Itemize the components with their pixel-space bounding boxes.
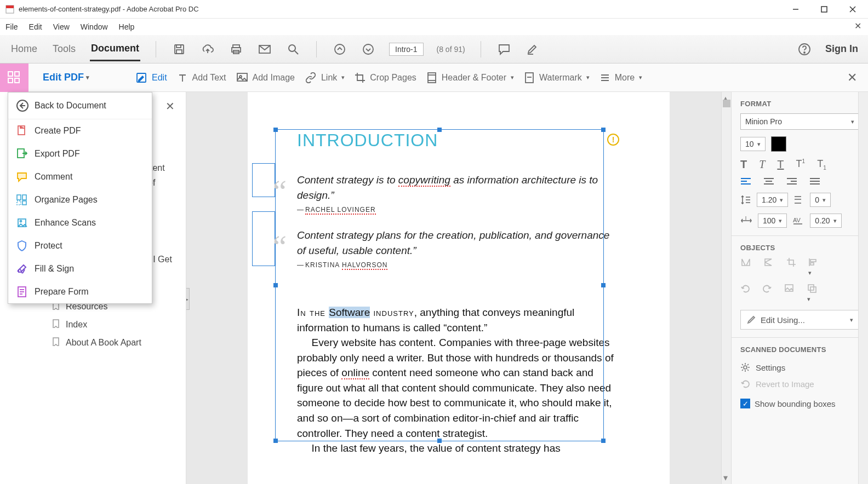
tab-document[interactable]: Document [90, 37, 140, 61]
svg-point-19 [804, 52, 805, 53]
edit-pdf-toolbar: Edit PDF▾ Edit Add Text Add Image Link▾ … [0, 64, 868, 92]
align-justify-icon[interactable] [809, 177, 820, 186]
italic-icon[interactable]: T [759, 158, 765, 171]
tool-fill-sign[interactable]: Fill & Sign [8, 257, 152, 280]
header-footer-button[interactable]: Header & Footer▾ [426, 72, 514, 84]
page-up-icon[interactable] [332, 42, 347, 57]
doc-scrollbar[interactable]: ▴ ▾ [721, 92, 731, 484]
warning-icon[interactable]: ! [607, 134, 619, 146]
back-to-document-button[interactable]: Back to Document [8, 93, 152, 119]
align-object-icon: ▾ [808, 257, 818, 277]
edit-button[interactable]: Edit [135, 72, 167, 84]
page-down-icon[interactable] [361, 42, 376, 57]
add-text-button[interactable]: Add Text [177, 72, 226, 83]
close-window-button[interactable] [845, 2, 860, 17]
mail-icon[interactable] [257, 42, 272, 57]
svg-point-70 [20, 221, 22, 222]
tool-organize-pages[interactable]: Organize Pages [8, 188, 152, 211]
align-right-icon[interactable] [786, 177, 797, 186]
close-editbar-button[interactable]: ✕ [847, 71, 857, 85]
page[interactable]: ! INTRODUCTION “Content strategy is to c… [248, 92, 670, 484]
minimize-button[interactable] [788, 2, 803, 17]
link-button[interactable]: Link▾ [305, 72, 345, 83]
bold-icon[interactable]: T [740, 158, 747, 171]
add-image-button[interactable]: Add Image [236, 72, 295, 83]
edit-using-dropdown[interactable]: Edit Using... ▾ [740, 310, 859, 330]
app-icon [5, 5, 14, 14]
format-panel: FORMAT Minion Pro▾ 10▾ T T T T1 T1 1.20▾… [731, 92, 868, 484]
page-count: (8 of 91) [437, 45, 465, 54]
page-label-input[interactable]: Intro-1 [389, 43, 423, 56]
print-icon[interactable] [229, 42, 244, 57]
menu-file[interactable]: File [5, 22, 18, 31]
svg-rect-67 [17, 201, 21, 205]
menu-edit[interactable]: Edit [29, 22, 42, 31]
objects-heading: OBJECTS [740, 244, 859, 252]
hscale-input[interactable]: 100▾ [758, 214, 787, 228]
comment-balloon-icon[interactable] [496, 42, 512, 57]
bookmark-item[interactable]: About A Book Apart [44, 334, 186, 352]
edit-pdf-dropdown[interactable]: Edit PDF▾ [38, 72, 94, 83]
menu-window[interactable]: Window [81, 22, 108, 31]
rotate-cw-icon [762, 284, 772, 303]
quote-frame[interactable] [252, 211, 275, 266]
align-center-icon[interactable] [763, 177, 774, 186]
para-spacing-icon [793, 194, 804, 205]
char-spacing-input[interactable]: 0.20▾ [810, 214, 841, 228]
svg-text:T: T [744, 216, 747, 221]
menu-view[interactable]: View [53, 22, 70, 31]
title-bar: elements-of-content-strategy.pdf - Adobe… [0, 0, 868, 19]
flip-v-icon [763, 257, 774, 277]
document-viewport[interactable]: ! INTRODUCTION “Content strategy is to c… [186, 92, 731, 484]
save-icon[interactable] [172, 42, 187, 57]
close-document-button[interactable]: ✕ [854, 21, 861, 31]
crop-pages-button[interactable]: Crop Pages [355, 72, 416, 83]
bookmark-item[interactable]: Index [44, 316, 186, 334]
superscript-icon[interactable]: T1 [796, 158, 806, 171]
expand-rightpanel-handle[interactable]: ▶ [186, 288, 190, 310]
line-spacing-input[interactable]: 1.20▾ [757, 193, 788, 207]
svg-rect-21 [8, 78, 13, 83]
maximize-button[interactable] [816, 2, 832, 17]
svg-line-14 [295, 51, 298, 54]
tool-export-pdf[interactable]: Export PDF [8, 142, 152, 165]
underline-icon[interactable]: T [777, 158, 784, 171]
quote-frame[interactable] [252, 163, 275, 197]
svg-rect-22 [15, 72, 19, 76]
replace-image-icon [784, 284, 795, 303]
bookmark-peek-text: tent [150, 163, 165, 173]
edit-pdf-tile-icon[interactable] [0, 64, 28, 92]
rotate-ccw-icon [740, 284, 750, 303]
help-icon[interactable] [797, 42, 812, 57]
font-select[interactable]: Minion Pro▾ [740, 113, 859, 130]
top-toolbar: Home Tools Document Intro-1 (8 of 91) Si… [0, 35, 868, 64]
tool-create-pdf[interactable]: Create PDF [8, 119, 152, 142]
tool-prepare-form[interactable]: Prepare Form [8, 280, 152, 303]
tool-protect[interactable]: Protect [8, 234, 152, 257]
more-button[interactable]: More▾ [599, 73, 642, 83]
tool-comment[interactable]: Comment [8, 165, 152, 188]
svg-rect-30 [526, 73, 533, 83]
para-spacing-input[interactable]: 0▾ [810, 193, 831, 207]
search-icon[interactable] [285, 42, 301, 57]
tab-tools[interactable]: Tools [52, 38, 77, 60]
quote-text: “Content strategy is to copywriting as i… [297, 172, 620, 203]
cloud-upload-icon[interactable] [200, 42, 215, 57]
font-size-input[interactable]: 10▾ [740, 137, 766, 151]
font-color-swatch[interactable] [771, 136, 786, 152]
settings-button[interactable]: Settings [740, 359, 859, 376]
highlight-pen-icon[interactable] [525, 42, 540, 57]
sign-in-button[interactable]: Sign In [825, 43, 858, 55]
subscript-icon[interactable]: T1 [817, 158, 826, 171]
watermark-button[interactable]: Watermark▾ [524, 72, 590, 84]
show-bounding-boxes-checkbox[interactable]: ✓Show bounding boxes [740, 399, 859, 408]
svg-rect-8 [176, 50, 182, 54]
menu-help[interactable]: Help [119, 22, 135, 31]
close-leftpanel-button[interactable]: ✕ [165, 100, 175, 113]
tool-enhance-scans[interactable]: Enhance Scans [8, 211, 152, 234]
rightpanel-scrollbar[interactable] [858, 92, 868, 484]
svg-point-16 [363, 44, 373, 54]
svg-rect-27 [428, 73, 436, 83]
tab-home[interactable]: Home [10, 38, 38, 60]
align-left-icon[interactable] [740, 177, 751, 186]
